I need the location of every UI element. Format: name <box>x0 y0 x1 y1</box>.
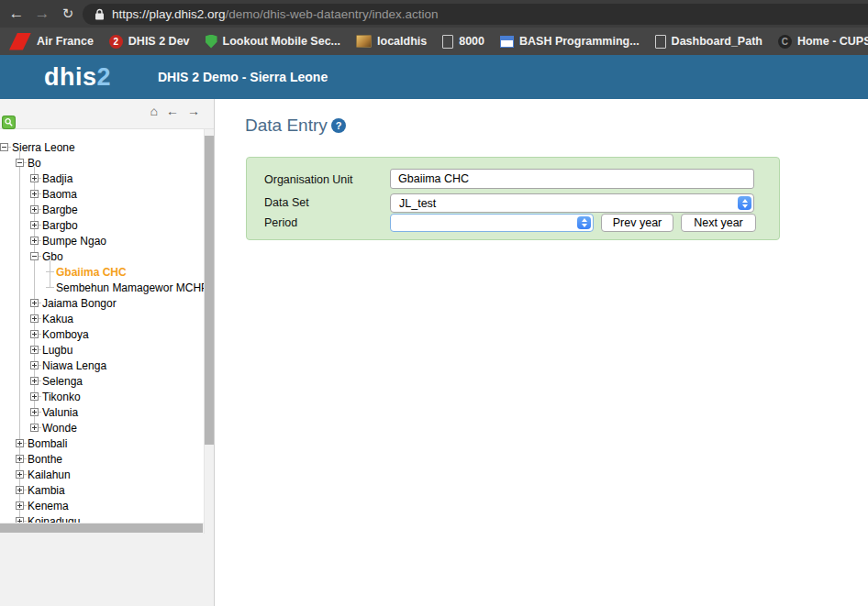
tree-expand-icon[interactable] <box>30 205 39 214</box>
tree-item-label[interactable]: Niawa Lenga <box>41 359 106 372</box>
data-set-select[interactable]: JL_test <box>390 193 754 213</box>
tree-item-label[interactable]: Kenema <box>27 500 69 512</box>
tree-item-label[interactable]: Kakua <box>41 313 73 325</box>
tree-collapse-icon[interactable] <box>30 252 39 260</box>
tree-expand-icon[interactable] <box>30 377 39 385</box>
tree-item-kambia[interactable]: Kambia <box>16 482 65 498</box>
period-select[interactable] <box>390 214 594 232</box>
tree-item-label[interactable]: Bonthe <box>27 453 62 466</box>
tree-expand-icon[interactable] <box>30 190 39 198</box>
tree-back-icon[interactable]: ← <box>166 104 179 118</box>
tree-expand-icon[interactable] <box>16 470 24 479</box>
tree-item-label[interactable]: Selenga <box>41 375 83 388</box>
tree-item-label[interactable]: Tikonko <box>41 391 81 403</box>
help-icon[interactable]: ? <box>331 118 346 133</box>
tree-expand-icon[interactable] <box>16 501 24 510</box>
tree-expand-icon[interactable] <box>16 486 24 494</box>
tree-item-lugbu[interactable]: Lugbu <box>30 342 72 358</box>
tree-item-badjia[interactable]: Badjia <box>30 171 72 186</box>
tree-item-kenema[interactable]: Kenema <box>16 498 69 513</box>
tree-item-jaiama-bongor[interactable]: Jaiama Bongor <box>30 295 117 311</box>
tree-item-valunia[interactable]: Valunia <box>30 404 78 420</box>
tree-item-gbo[interactable]: Gbo <box>30 248 63 264</box>
tree-item-label[interactable]: Wonde <box>41 422 77 435</box>
tree-expand-icon[interactable] <box>16 439 24 447</box>
tree-expand-icon[interactable] <box>30 361 39 369</box>
browser-back-icon[interactable]: ← <box>6 2 28 26</box>
tree-expand-icon[interactable] <box>30 346 39 354</box>
tree-item-label[interactable]: Bargbo <box>41 219 78 232</box>
bookmark-item[interactable]: Lookout Mobile Sec... <box>206 35 340 49</box>
tree-item-tikonko[interactable]: Tikonko <box>30 389 81 404</box>
tree-item-bo[interactable]: Bo <box>16 155 41 171</box>
tree-item-bombali[interactable]: Bombali <box>16 435 67 451</box>
bookmark-item[interactable]: CHome - CUPS 1.5.2 <box>778 35 868 49</box>
tree-horizontal-scrollbar-thumb[interactable] <box>0 523 203 533</box>
tree-item-label[interactable]: Sierra Leone <box>11 141 75 154</box>
tree-item-komboya[interactable]: Komboya <box>30 326 89 342</box>
browser-reload-icon[interactable]: ↻ <box>57 2 79 26</box>
dhis-circle-icon: 2 <box>109 35 123 49</box>
tree-connector <box>46 271 54 272</box>
tree-item-label[interactable]: Koinadugu <box>27 515 80 523</box>
tree-item-sierra-leone[interactable]: Sierra Leone <box>0 139 75 155</box>
tree-expand-icon[interactable] <box>16 455 24 463</box>
tree-item-label[interactable]: Bargbe <box>41 204 78 216</box>
tree-item-niawa-lenga[interactable]: Niawa Lenga <box>30 358 106 373</box>
tree-item-bargbe[interactable]: Bargbe <box>30 202 78 217</box>
tree-item-sembehun-mamagewor-mchp[interactable]: Sembehun Mamagewor MCHP <box>46 280 204 295</box>
org-unit-field[interactable] <box>390 169 754 189</box>
tree-item-gbaiima-chc[interactable]: Gbaiima CHC <box>46 264 127 280</box>
tree-item-label[interactable]: Badjia <box>41 172 72 185</box>
tree-item-label[interactable]: Gbaiima CHC <box>55 266 127 279</box>
url-bar[interactable]: https://play.dhis2.org/demo/dhis-web-dat… <box>83 4 868 25</box>
tree-expand-icon[interactable] <box>30 221 39 229</box>
tree-item-bumpe-ngao[interactable]: Bumpe Ngao <box>30 233 106 248</box>
next-year-button[interactable]: Next year <box>681 214 756 232</box>
tree-expand-icon[interactable] <box>30 237 39 245</box>
home-icon[interactable]: ⌂ <box>150 104 158 118</box>
tree-item-label[interactable]: Komboya <box>41 328 89 341</box>
tree-collapse-icon[interactable] <box>16 159 24 167</box>
tree-item-label[interactable]: Bo <box>27 157 41 170</box>
tree-expand-icon[interactable] <box>30 408 39 416</box>
tree-item-selenga[interactable]: Selenga <box>30 373 83 389</box>
tree-expand-icon[interactable] <box>30 299 39 307</box>
tree-item-label[interactable]: Lugbu <box>41 344 72 357</box>
tree-expand-icon[interactable] <box>30 330 39 338</box>
dhis2-logo[interactable]: dhis2 <box>44 55 111 99</box>
search-icon[interactable] <box>2 116 16 129</box>
bookmark-item[interactable]: 8000 <box>442 35 484 49</box>
tree-item-bargbo[interactable]: Bargbo <box>30 217 78 233</box>
tree-item-wonde[interactable]: Wonde <box>30 420 77 435</box>
bookmark-item[interactable]: Dashboard_Path <box>655 35 762 49</box>
bookmark-item[interactable]: BASH Programming... <box>500 35 640 48</box>
tree-item-label[interactable]: Jaiama Bongor <box>41 297 117 310</box>
tree-item-label[interactable]: Sembehun Mamagewor MCHP <box>55 281 204 294</box>
tree-expand-icon[interactable] <box>30 424 39 432</box>
tree-expand-icon[interactable] <box>30 314 39 323</box>
tree-item-label[interactable]: Valunia <box>41 406 78 419</box>
tree-item-baoma[interactable]: Baoma <box>30 186 77 202</box>
tree-item-label[interactable]: Bombali <box>27 437 67 450</box>
browser-forward-icon[interactable]: → <box>31 2 53 26</box>
bookmark-item[interactable]: localdhis <box>356 35 427 48</box>
tree-collapse-icon[interactable] <box>0 143 8 151</box>
bookmark-item[interactable]: 2DHIS 2 Dev <box>109 35 190 49</box>
tree-item-label[interactable]: Kambia <box>27 484 65 497</box>
tree-expand-icon[interactable] <box>30 174 39 182</box>
prev-year-button[interactable]: Prev year <box>601 214 673 232</box>
lock-icon[interactable] <box>95 8 105 20</box>
tree-vertical-scrollbar-thumb[interactable] <box>205 136 214 445</box>
tree-item-bonthe[interactable]: Bonthe <box>16 451 62 467</box>
tree-item-label[interactable]: Baoma <box>41 188 77 201</box>
tree-item-label[interactable]: Gbo <box>41 250 63 263</box>
tree-item-kailahun[interactable]: Kailahun <box>16 467 71 482</box>
tree-item-label[interactable]: Bumpe Ngao <box>41 235 106 248</box>
tree-item-kakua[interactable]: Kakua <box>30 311 73 326</box>
tree-item-koinadugu[interactable]: Koinadugu <box>16 513 80 523</box>
tree-forward-icon[interactable]: → <box>187 104 200 118</box>
tree-expand-icon[interactable] <box>30 392 39 401</box>
bookmark-item[interactable]: Air France <box>9 33 94 50</box>
tree-item-label[interactable]: Kailahun <box>27 468 71 481</box>
